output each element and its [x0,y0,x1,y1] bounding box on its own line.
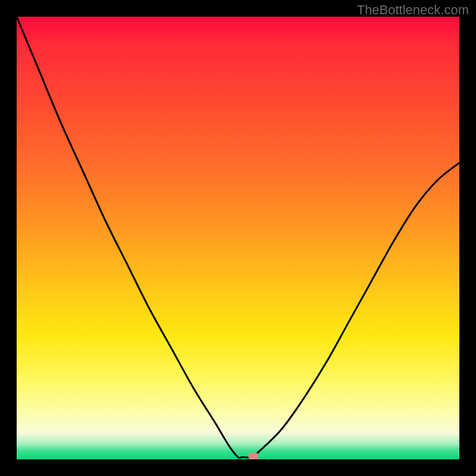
optimal-point-marker [249,453,259,459]
bottleneck-curve [17,17,459,459]
watermark-text: TheBottleneck.com [357,2,469,18]
chart-frame: TheBottleneck.com [0,0,476,476]
plot-area [17,17,459,459]
